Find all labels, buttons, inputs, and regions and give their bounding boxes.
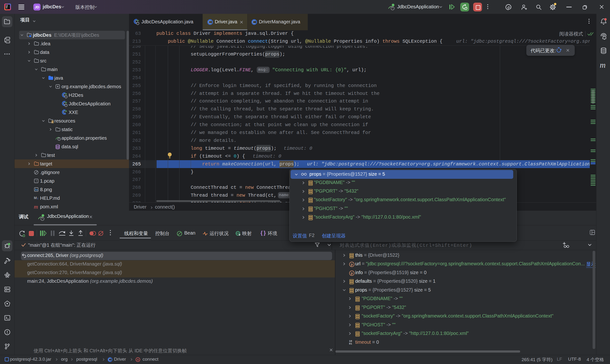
svg-text:m: m [137, 358, 139, 362]
svg-text:?: ? [36, 180, 37, 182]
svg-text:p: p [351, 263, 353, 267]
svg-text:p: p [351, 272, 353, 275]
